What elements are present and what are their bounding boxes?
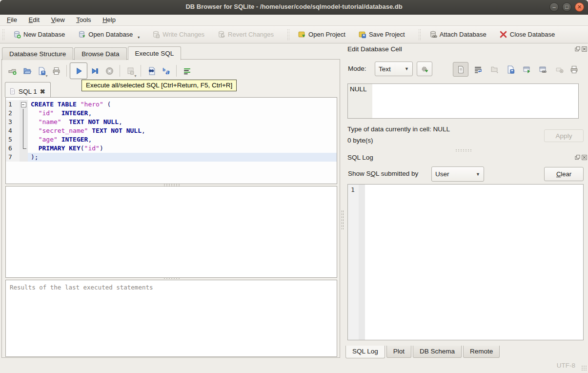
link-button[interactable] (536, 63, 549, 76)
toolbar-separator (66, 65, 67, 77)
close-sql-tab-icon[interactable]: ✖ (40, 88, 45, 95)
open-database-dropdown-arrow[interactable]: ▾ (138, 35, 140, 40)
results-grid[interactable] (5, 186, 337, 278)
new-database-button[interactable]: New Database (9, 28, 69, 41)
mode-combobox[interactable]: Text▼ (375, 62, 413, 76)
cell-value: NULL (348, 84, 372, 118)
execute-line-icon (91, 67, 99, 75)
execute-sql-icon (75, 67, 83, 75)
print-cell-icon (570, 65, 578, 74)
sql-code-editor[interactable]: 1CREATE TABLE "hero" ( 2 "id" INTEGER, 3… (5, 97, 337, 184)
print-icon (52, 67, 61, 75)
save-results-dropdown-arrow[interactable]: ▼ (134, 74, 137, 78)
tab-execute-sql[interactable]: Execute SQL (128, 46, 182, 60)
cell-type-info: Type of data currently in cell: NULL (347, 125, 450, 133)
line-number: 3 (6, 118, 20, 126)
tab-database-structure[interactable]: Database Structure (2, 47, 73, 60)
sql-log-area[interactable]: 1 (347, 184, 584, 340)
tab-sql-log[interactable]: SQL Log (345, 346, 385, 358)
word-wrap-button[interactable] (471, 63, 484, 76)
text-mode-icon (457, 65, 465, 74)
attach-database-button[interactable]: Attach Database (425, 28, 490, 41)
menu-help[interactable]: Help (98, 15, 121, 25)
export-file-button[interactable] (504, 63, 517, 76)
menu-edit[interactable]: Edit (24, 15, 44, 25)
menubar: File Edit View Tools Help (0, 15, 588, 26)
resize-grip[interactable] (581, 365, 587, 371)
open-database-button[interactable]: Open Database ▾ (74, 28, 137, 41)
sql-document-icon (9, 88, 16, 95)
save-sql-dropdown-arrow[interactable]: ▼ (45, 74, 48, 78)
database-open-icon (78, 30, 86, 39)
open-external-button[interactable] (520, 63, 533, 76)
window-controls: – □ ✕ (549, 2, 584, 12)
menu-tools[interactable]: Tools (71, 15, 96, 25)
save-sql-file-button[interactable]: ▼ (34, 63, 49, 78)
minimize-button[interactable]: – (549, 2, 559, 12)
close-panel-icon[interactable] (582, 155, 587, 160)
print-sql-button[interactable] (49, 63, 63, 78)
bottom-dock-tabbar: SQL Log Plot DB Schema Remote (345, 346, 501, 358)
new-sql-tab-button[interactable] (5, 63, 20, 78)
cell-size-info: 0 byte(s) (347, 137, 373, 144)
chevron-down-icon: ▼ (476, 172, 480, 177)
set-null-icon (555, 65, 564, 74)
set-null-button[interactable] (553, 63, 566, 76)
toggle-comment-button[interactable] (180, 63, 194, 78)
execute-sql-button[interactable] (70, 62, 87, 79)
apply-button[interactable]: Apply (544, 129, 584, 142)
clear-log-button[interactable]: Clear (544, 167, 584, 181)
mode-label: Mode: (348, 65, 366, 72)
open-external-icon (523, 65, 531, 74)
auto-apply-button[interactable] (417, 62, 432, 76)
sql-log-title: SQL Log (347, 154, 373, 161)
toggle-comment-icon (183, 67, 191, 75)
tab-remote[interactable]: Remote (463, 346, 500, 358)
sql-log-filter-combobox[interactable]: User▼ (431, 166, 484, 182)
menu-file[interactable]: File (2, 15, 22, 25)
fold-marker-icon[interactable] (20, 100, 28, 109)
execute-sql-panel: ▼ (1, 59, 340, 358)
line-number: 4 (6, 126, 20, 135)
print-cell-button[interactable] (568, 63, 580, 76)
sql-editor-tabbar: SQL 1 ✖ (5, 82, 51, 97)
sql-1-tab[interactable]: SQL 1 ✖ (5, 82, 51, 97)
format-sql-icon: b a (162, 67, 170, 75)
maximize-button[interactable]: □ (562, 2, 571, 12)
open-sql-file-button[interactable] (20, 63, 34, 78)
splitter-handle[interactable] (455, 149, 471, 151)
find-button[interactable] (144, 63, 159, 78)
menu-view[interactable]: View (46, 15, 70, 25)
save-project-button[interactable]: Save Project (354, 28, 409, 41)
open-sql-file-icon (23, 67, 31, 75)
close-database-button[interactable]: Close Database (495, 28, 559, 41)
tab-browse-data[interactable]: Browse Data (74, 47, 126, 60)
float-panel-icon[interactable] (575, 155, 580, 160)
float-panel-icon[interactable] (575, 46, 580, 52)
chevron-down-icon: ▼ (405, 66, 409, 71)
write-changes-button[interactable]: Write Changes (148, 28, 208, 41)
auto-apply-icon (421, 65, 429, 73)
save-sql-file-icon (38, 67, 46, 75)
toolbar-drag-handle[interactable] (2, 29, 4, 41)
execute-line-button[interactable] (87, 63, 102, 78)
cell-value-editor[interactable]: NULL (347, 83, 579, 119)
toolbar-drag-handle[interactable] (287, 29, 289, 41)
sql-log-filter-label: Show SQL submitted by (348, 170, 418, 177)
code-line-current: 7); (6, 153, 337, 162)
toolbar-drag-handle[interactable] (418, 29, 421, 41)
execute-sql-tooltip: Execute all/selected SQL [Ctrl+Return, F… (81, 80, 237, 91)
close-panel-icon[interactable] (582, 46, 587, 52)
tab-plot[interactable]: Plot (386, 346, 411, 358)
close-button[interactable]: ✕ (575, 2, 584, 12)
save-results-button[interactable]: ▼ (123, 63, 138, 78)
results-message-area[interactable]: Results of the last executed statements (5, 280, 337, 357)
open-project-button[interactable]: Open Project (294, 28, 349, 41)
revert-changes-button[interactable]: Revert Changes (213, 28, 278, 41)
tab-db-schema[interactable]: DB Schema (413, 346, 462, 358)
text-mode-button[interactable] (453, 62, 468, 77)
stop-sql-button[interactable] (102, 63, 117, 78)
import-file-button[interactable] (488, 63, 501, 76)
format-sql-button[interactable]: b a (159, 63, 173, 78)
toolbar-separator (176, 65, 177, 77)
